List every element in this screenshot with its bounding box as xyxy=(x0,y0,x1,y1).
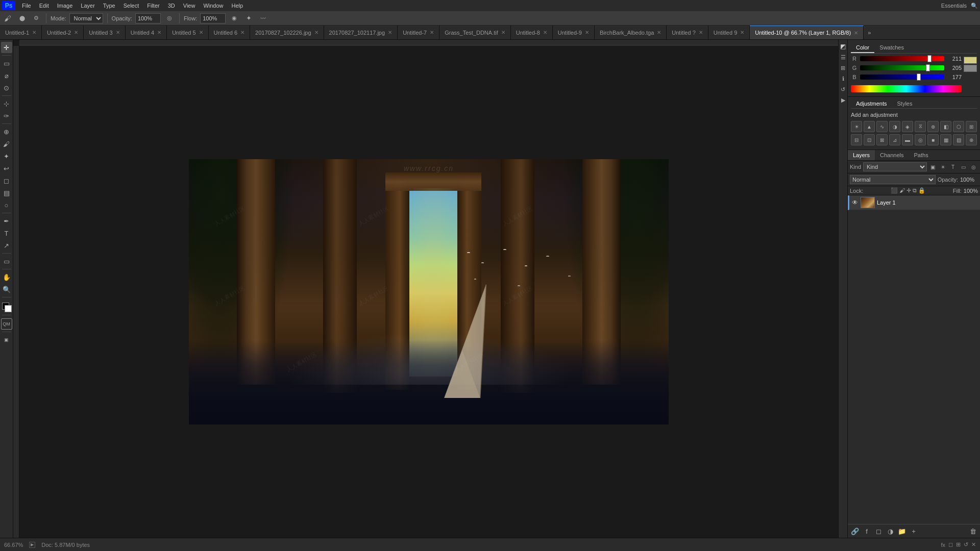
move-tool[interactable]: ✛ xyxy=(1,42,12,53)
path-select-tool[interactable]: ↗ xyxy=(1,240,12,251)
tab-close-12[interactable]: ✕ xyxy=(657,30,661,35)
tab-close-7[interactable]: ✕ xyxy=(388,30,392,35)
new-layer-btn[interactable]: + xyxy=(909,526,919,536)
smoothing-icon[interactable]: 〰 xyxy=(257,13,268,24)
tab-layers[interactable]: Layers xyxy=(848,150,875,160)
shape-tool[interactable]: ▭ xyxy=(1,256,12,267)
crop-tool[interactable]: ⊹ xyxy=(1,98,12,109)
tab-untitled7[interactable]: Untitled-7 ✕ xyxy=(398,26,439,39)
adj-posterize-btn[interactable]: ⊠ xyxy=(876,134,888,145)
airbrush-icon[interactable]: ✦ xyxy=(243,13,254,24)
adj-pattern-btn[interactable]: ▧ xyxy=(953,134,964,145)
kind-select[interactable]: Kind xyxy=(863,162,927,171)
menu-help[interactable]: Help xyxy=(228,2,247,10)
adj-exposure-btn[interactable]: ◑ xyxy=(889,121,900,132)
tab-color[interactable]: Color xyxy=(851,43,874,53)
menu-file[interactable]: File xyxy=(18,2,35,10)
tab-close-14[interactable]: ✕ xyxy=(740,30,744,35)
adj-vibrance-btn[interactable]: ◈ xyxy=(902,121,913,132)
adj-solidcolor-btn[interactable]: ■ xyxy=(927,134,939,145)
tab-close-13[interactable]: ✕ xyxy=(699,30,703,35)
brush-size-icon[interactable]: ⬤ xyxy=(16,13,28,24)
tab-untitled4[interactable]: Untitled 4 ✕ xyxy=(126,26,167,39)
status-mask-btn[interactable]: ◻ xyxy=(948,541,953,548)
lock-transparent-btn[interactable]: ⬛ xyxy=(891,187,898,194)
add-style-btn[interactable]: f xyxy=(862,526,872,536)
blend-mode-select[interactable]: Normal xyxy=(850,175,936,184)
tab-channels[interactable]: Channels xyxy=(875,150,909,160)
adj-colorlookup-btn[interactable]: ⊟ xyxy=(851,134,862,145)
menu-view[interactable]: View xyxy=(180,2,199,10)
adj-selectivecolor-btn[interactable]: ◎ xyxy=(915,134,926,145)
status-layer-btn[interactable]: ⊞ xyxy=(956,541,961,548)
adj-channelmixer-btn[interactable]: ⊞ xyxy=(966,121,977,132)
side-actions-icon[interactable]: ▶ xyxy=(839,95,848,105)
tab-untitled9[interactable]: Untitled-9 ✕ xyxy=(553,26,595,39)
tab-close-6[interactable]: ✕ xyxy=(314,30,318,35)
tab-close-11[interactable]: ✕ xyxy=(585,30,589,35)
tab-photo2[interactable]: 20170827_102117.jpg ✕ xyxy=(324,26,398,39)
adj-extra-btn[interactable]: ⊕ xyxy=(966,134,977,145)
filter-adjustment-btn[interactable]: ☀ xyxy=(938,162,947,171)
tab-photo1[interactable]: 20170827_102226.jpg ✕ xyxy=(250,26,324,39)
tab-close-0[interactable]: ✕ xyxy=(32,30,36,35)
menu-window[interactable]: Window xyxy=(200,2,227,10)
side-color-icon[interactable]: ◩ xyxy=(839,42,848,51)
lock-position-btn[interactable]: ✛ xyxy=(906,187,911,194)
opacity-input[interactable] xyxy=(135,13,161,23)
tab-untitled8[interactable]: Untitled-8 ✕ xyxy=(511,26,553,39)
b-track[interactable] xyxy=(860,74,944,80)
tab-close-8[interactable]: ✕ xyxy=(430,30,434,35)
history-brush-tool[interactable]: ↩ xyxy=(1,163,12,174)
filter-type-btn[interactable]: T xyxy=(948,162,958,171)
g-thumb[interactable] xyxy=(926,64,930,71)
brush-tool[interactable]: 🖌 xyxy=(1,138,12,149)
side-history-icon[interactable]: ↺ xyxy=(839,85,848,94)
tab-close-1[interactable]: ✕ xyxy=(74,30,78,35)
adj-brightness-btn[interactable]: ☀ xyxy=(851,121,862,132)
new-adjustment-btn[interactable]: ◑ xyxy=(885,526,895,536)
add-mask-btn[interactable]: ◻ xyxy=(873,526,884,536)
tab-grass[interactable]: Grass_Test_DDNA.tif ✕ xyxy=(439,26,511,39)
menu-image[interactable]: Image xyxy=(54,2,77,10)
filter-shape-btn[interactable]: ▭ xyxy=(959,162,968,171)
menu-type[interactable]: Type xyxy=(100,2,119,10)
side-adjust-icon[interactable]: ☰ xyxy=(839,53,848,62)
lock-image-btn[interactable]: 🖌 xyxy=(899,187,905,194)
tab-untitled-q[interactable]: Untitled ? ✕ xyxy=(667,26,708,39)
pen-tool[interactable]: ✒ xyxy=(1,215,12,227)
tab-birchbark[interactable]: BirchBark_Albedo.tga ✕ xyxy=(595,26,667,39)
foreground-color[interactable] xyxy=(1,302,12,313)
delete-layer-btn[interactable]: 🗑 xyxy=(968,526,978,536)
bg-color-preview[interactable] xyxy=(964,65,977,72)
tab-close-2[interactable]: ✕ xyxy=(116,30,120,35)
quick-mask-btn[interactable]: QM xyxy=(1,318,12,330)
filter-pixel-btn[interactable]: ▣ xyxy=(928,162,937,171)
tab-close-3[interactable]: ✕ xyxy=(157,30,161,35)
tab-close-9[interactable]: ✕ xyxy=(501,30,505,35)
hand-tool[interactable]: ✋ xyxy=(1,271,12,283)
marquee-tool[interactable]: ▭ xyxy=(1,58,12,69)
menu-filter[interactable]: Filter xyxy=(143,2,163,10)
flow-input[interactable] xyxy=(200,13,226,23)
tab-untitled3[interactable]: Untitled 3 ✕ xyxy=(84,26,125,39)
opacity-pressure-icon[interactable]: ◎ xyxy=(164,13,175,24)
link-layers-btn[interactable]: 🔗 xyxy=(850,526,860,536)
status-close-btn[interactable]: ✕ xyxy=(971,541,976,548)
g-track[interactable] xyxy=(860,65,944,70)
eraser-tool[interactable]: ◻ xyxy=(1,175,12,186)
tab-adjustments[interactable]: Adjustments xyxy=(851,99,892,108)
tab-untitled9-2[interactable]: Untitled 9 ✕ xyxy=(708,26,750,39)
mode-select[interactable]: Normal xyxy=(69,13,103,23)
menu-layer[interactable]: Layer xyxy=(77,2,99,10)
tab-close-4[interactable]: ✕ xyxy=(199,30,203,35)
eyedropper-tool[interactable]: ✑ xyxy=(1,110,12,121)
adj-curves-btn[interactable]: ∿ xyxy=(876,121,888,132)
adj-levels-btn[interactable]: ▲ xyxy=(864,121,875,132)
status-history-btn[interactable]: ↺ xyxy=(964,541,968,548)
layer-1-row[interactable]: 👁 Layer 1 xyxy=(848,195,980,210)
menu-select[interactable]: Select xyxy=(120,2,143,10)
tab-untitled6[interactable]: Untitled 6 ✕ xyxy=(209,26,250,39)
color-spectrum[interactable] xyxy=(851,85,962,92)
tab-overflow[interactable]: » xyxy=(864,26,875,39)
